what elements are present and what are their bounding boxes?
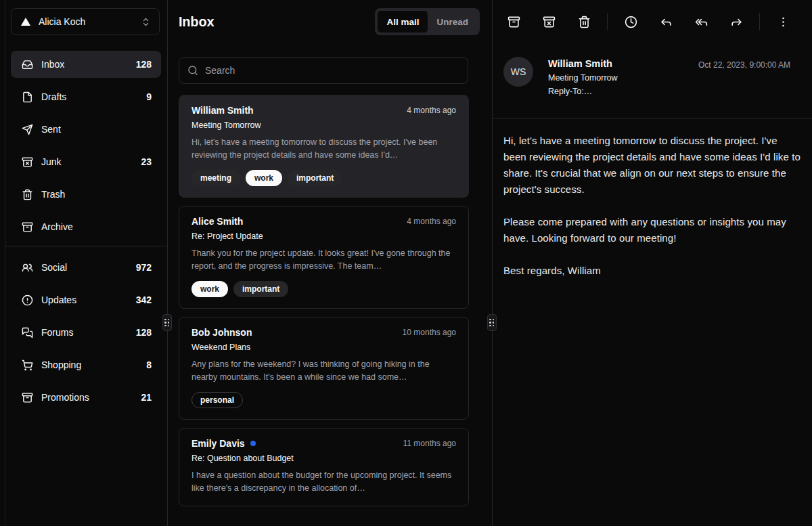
sidebar-item-trash[interactable]: Trash bbox=[11, 181, 161, 208]
clock-icon bbox=[625, 16, 637, 28]
page-title: Inbox bbox=[179, 14, 214, 30]
detail-reply-to: Reply-To:… bbox=[548, 87, 618, 96]
sidebar-item-forums[interactable]: Forums 128 bbox=[11, 319, 161, 346]
email-time: 10 months ago bbox=[403, 328, 456, 337]
more-options-button[interactable] bbox=[771, 9, 795, 34]
archive-button[interactable] bbox=[501, 9, 526, 34]
sidebar-item-count: 972 bbox=[136, 262, 152, 273]
email-body-paragraph: Best regards, William bbox=[503, 263, 801, 279]
sidebar-item-count: 9 bbox=[146, 91, 152, 102]
triangle-logo-icon bbox=[20, 16, 32, 28]
tag-badge[interactable]: personal bbox=[191, 392, 243, 408]
sidebar-item-promotions[interactable]: Promotions 21 bbox=[11, 384, 161, 411]
send-icon bbox=[22, 124, 33, 135]
sidebar-item-count: 21 bbox=[141, 392, 152, 403]
email-top-row: William Smith 4 months ago bbox=[191, 105, 456, 116]
sidebar-item-shopping[interactable]: Shopping 8 bbox=[11, 351, 161, 378]
sidebar-item-label: Trash bbox=[41, 189, 143, 200]
archive-icon bbox=[22, 392, 33, 403]
email-subject: Weekend Plans bbox=[191, 343, 456, 352]
sidebar-resize-handle[interactable] bbox=[162, 314, 172, 331]
trash-icon bbox=[22, 189, 33, 200]
chevrons-up-down-icon bbox=[141, 17, 151, 27]
email-subject: Re: Project Update bbox=[191, 232, 456, 241]
tag-badge[interactable]: important bbox=[288, 170, 342, 186]
email-top-row: Bob Johnson 10 months ago bbox=[191, 327, 456, 338]
sidebar-item-label: Inbox bbox=[41, 59, 128, 70]
tag-badge[interactable]: important bbox=[233, 281, 288, 297]
unread-dot bbox=[250, 441, 256, 446]
mail-detail-panel: WS William Smith Meeting Tomorrow Reply-… bbox=[493, 0, 812, 526]
sidebar-item-count: 128 bbox=[136, 327, 152, 338]
tab-all-mail[interactable]: All mail bbox=[378, 11, 428, 32]
reply-icon bbox=[660, 16, 673, 28]
tab-unread[interactable]: Unread bbox=[428, 11, 477, 32]
mail-list-header: Inbox All mail Unread bbox=[168, 0, 492, 43]
mail-list-panel: Inbox All mail Unread William Smith 4 mo… bbox=[168, 0, 492, 526]
detail-sender-name: William Smith bbox=[548, 58, 618, 69]
archive-icon bbox=[508, 16, 520, 28]
sidebar-item-inbox[interactable]: Inbox 128 bbox=[11, 51, 161, 78]
account-switcher[interactable]: Alicia Koch bbox=[11, 8, 160, 35]
sidebar-item-label: Updates bbox=[41, 294, 128, 305]
sidebar-item-sent[interactable]: Sent bbox=[11, 116, 161, 143]
sidebar-item-count: 8 bbox=[146, 359, 152, 370]
reply-button[interactable] bbox=[654, 9, 678, 34]
email-preview: I have a question about the budget for t… bbox=[191, 469, 456, 495]
move-to-trash-button[interactable] bbox=[572, 9, 596, 34]
email-subject: Re: Question about Budget bbox=[191, 454, 456, 463]
sidebar-item-updates[interactable]: Updates 342 bbox=[11, 286, 161, 313]
email-time: 11 months ago bbox=[403, 439, 457, 448]
tag-badge[interactable]: meeting bbox=[191, 170, 240, 186]
alert-circle-icon bbox=[22, 294, 33, 306]
email-list: William Smith 4 months ago Meeting Tomor… bbox=[179, 95, 469, 506]
sidebar-item-label: Drafts bbox=[41, 91, 138, 102]
search-input[interactable] bbox=[205, 65, 459, 76]
shopping-cart-icon bbox=[22, 359, 33, 371]
search-area bbox=[179, 57, 468, 84]
email-list-item[interactable]: Alice Smith 4 months ago Re: Project Upd… bbox=[179, 206, 469, 309]
archive-x-icon bbox=[543, 16, 556, 28]
sidebar-item-label: Social bbox=[41, 262, 128, 273]
email-preview: Hi, let's have a meeting tomorrow to dis… bbox=[191, 136, 456, 162]
email-list-item[interactable]: Emily Davis 11 months ago Re: Question a… bbox=[179, 428, 469, 506]
mail-app: { "colors": { "background": "#0a0a0a", "… bbox=[0, 0, 812, 526]
tag-badge[interactable]: work bbox=[191, 281, 228, 297]
sidebar-item-social[interactable]: Social 972 bbox=[11, 254, 161, 281]
sidebar-nav-secondary: Social 972 Updates 342 Forums 128 Shoppi… bbox=[11, 254, 161, 411]
sidebar-item-label: Sent bbox=[41, 124, 143, 135]
snooze-button[interactable] bbox=[618, 9, 643, 34]
reply-all-button[interactable] bbox=[689, 9, 713, 34]
email-tags: meeting work important bbox=[191, 170, 456, 186]
trash-icon bbox=[578, 16, 591, 28]
forward-button[interactable] bbox=[724, 9, 748, 34]
email-top-row: Emily Davis 11 months ago bbox=[191, 438, 456, 449]
email-preview: Any plans for the weekend? I was thinkin… bbox=[191, 358, 456, 384]
detail-date: Oct 22, 2023, 9:00:00 AM bbox=[698, 57, 801, 104]
email-body: Hi, let's have a meeting tomorrow to dis… bbox=[493, 119, 812, 292]
mail-toolbar bbox=[493, 0, 812, 43]
forward-icon bbox=[730, 16, 743, 28]
sidebar-item-archive[interactable]: Archive bbox=[11, 213, 161, 240]
reply-all-icon bbox=[695, 16, 708, 28]
users-icon bbox=[22, 262, 33, 273]
inbox-icon bbox=[22, 59, 33, 70]
list-detail-resize-handle[interactable] bbox=[487, 314, 497, 331]
sidebar-item-label: Forums bbox=[41, 327, 128, 338]
account-name: Alicia Koch bbox=[39, 16, 134, 27]
email-list-item[interactable]: Bob Johnson 10 months ago Weekend Plans … bbox=[179, 317, 469, 420]
sidebar-item-drafts[interactable]: Drafts 9 bbox=[11, 83, 161, 110]
email-preview: Thank you for the project update. It loo… bbox=[191, 247, 456, 273]
move-to-junk-button[interactable] bbox=[537, 9, 561, 34]
more-vertical-icon bbox=[777, 16, 790, 28]
email-body-paragraph: Please come prepared with any questions … bbox=[503, 214, 801, 246]
email-sender: Emily Davis bbox=[191, 438, 245, 449]
email-body-paragraph: Hi, let's have a meeting tomorrow to dis… bbox=[503, 133, 801, 198]
sidebar-item-junk[interactable]: Junk 23 bbox=[11, 148, 161, 175]
email-list-item[interactable]: William Smith 4 months ago Meeting Tomor… bbox=[179, 95, 469, 198]
email-sender: Alice Smith bbox=[191, 216, 243, 227]
email-sender: Bob Johnson bbox=[191, 327, 252, 338]
tag-badge[interactable]: work bbox=[246, 170, 282, 186]
messages-square-icon bbox=[22, 327, 33, 338]
email-sender: William Smith bbox=[191, 105, 254, 116]
